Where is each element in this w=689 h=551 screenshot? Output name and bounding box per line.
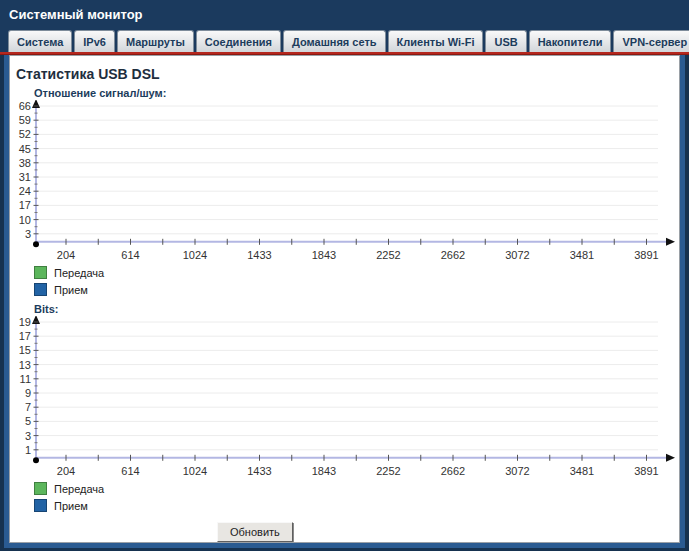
legend-item: Передача: [34, 264, 677, 281]
tab-7[interactable]: Накопители: [529, 30, 612, 52]
legend-label: Передача: [54, 267, 104, 279]
tab-4[interactable]: Домашняя сеть: [283, 30, 386, 52]
page-title: Системный монитор: [9, 7, 143, 22]
legend-swatch: [34, 266, 47, 279]
svg-text:10: 10: [19, 214, 31, 226]
svg-text:1: 1: [25, 444, 31, 456]
svg-text:1843: 1843: [312, 249, 336, 261]
svg-text:3: 3: [25, 228, 31, 240]
svg-text:614: 614: [121, 465, 139, 477]
chart-title: Отношение сигнал/шум:: [34, 87, 677, 99]
legend-swatch: [34, 482, 47, 495]
legend-item: Прием: [34, 497, 677, 514]
svg-text:3481: 3481: [570, 465, 594, 477]
button-row: Обновить: [217, 522, 677, 542]
svg-text:17: 17: [19, 330, 31, 342]
app-header: Системный монитор: [0, 0, 689, 28]
legend-swatch: [34, 499, 47, 512]
svg-text:1433: 1433: [247, 249, 271, 261]
svg-text:7: 7: [25, 401, 31, 413]
svg-text:3072: 3072: [505, 465, 529, 477]
svg-text:66: 66: [19, 100, 31, 112]
svg-text:31: 31: [19, 171, 31, 183]
svg-text:3891: 3891: [634, 465, 658, 477]
y-axis: 191715131197531: [19, 316, 40, 458]
outer-frame: Статистика USB DSL Отношение сигнал/шум:…: [0, 55, 689, 551]
tab-5[interactable]: Клиенты Wi-Fi: [388, 30, 484, 52]
tab-3[interactable]: Соединения: [196, 30, 281, 52]
svg-text:9: 9: [25, 387, 31, 399]
svg-text:3: 3: [25, 430, 31, 442]
x-axis: 20461410241433184322522662307234813891: [33, 238, 675, 261]
tab-0[interactable]: Система: [8, 30, 72, 52]
svg-text:59: 59: [19, 114, 31, 126]
gridlines: [36, 322, 658, 450]
x-axis-arrow-icon: [666, 454, 675, 462]
svg-text:3891: 3891: [634, 249, 658, 261]
y-axis: 6659524538312417103: [19, 100, 40, 242]
svg-text:2252: 2252: [376, 465, 400, 477]
tab-bar: СистемаIPv6МаршрутыСоединенияДомашняя се…: [0, 28, 689, 52]
legend-item: Прием: [34, 281, 677, 298]
svg-text:204: 204: [57, 465, 75, 477]
charts-container: Отношение сигнал/шум:6659524538312417103…: [12, 87, 677, 514]
refresh-button[interactable]: Обновить: [217, 522, 293, 542]
legend-label: Передача: [54, 483, 104, 495]
legend-swatch: [34, 283, 47, 296]
chart-legend: ПередачаПрием: [34, 480, 677, 514]
svg-text:204: 204: [57, 249, 75, 261]
y-axis-arrow-icon: [32, 316, 40, 324]
svg-text:2662: 2662: [441, 465, 465, 477]
legend-item: Передача: [34, 480, 677, 497]
svg-text:1433: 1433: [247, 465, 271, 477]
svg-text:24: 24: [19, 185, 31, 197]
origin-dot: [33, 241, 39, 247]
svg-text:5: 5: [25, 415, 31, 427]
tab-1[interactable]: IPv6: [74, 30, 115, 52]
svg-text:2662: 2662: [441, 249, 465, 261]
content-frame: Статистика USB DSL Отношение сигнал/шум:…: [4, 55, 685, 548]
chart-canvas: 1917151311975312046141024143318432252266…: [12, 316, 678, 480]
chart-0: Отношение сигнал/шум:6659524538312417103…: [12, 87, 677, 298]
tab-2[interactable]: Маршруты: [117, 30, 194, 52]
origin-dot: [33, 457, 39, 463]
svg-text:15: 15: [19, 344, 31, 356]
chart-legend: ПередачаПрием: [34, 264, 677, 298]
svg-text:19: 19: [19, 316, 31, 328]
gridlines: [36, 106, 658, 234]
tab-8[interactable]: VPN-сервер: [613, 30, 689, 52]
svg-text:52: 52: [19, 128, 31, 140]
svg-text:3481: 3481: [570, 249, 594, 261]
section-heading: Статистика USB DSL: [16, 66, 677, 82]
svg-text:17: 17: [19, 199, 31, 211]
svg-text:614: 614: [121, 249, 139, 261]
svg-text:2252: 2252: [376, 249, 400, 261]
content-panel: Статистика USB DSL Отношение сигнал/шум:…: [9, 55, 680, 543]
chart-1: Bits:19171513119753120461410241433184322…: [12, 303, 677, 514]
x-axis: 20461410241433184322522662307234813891: [33, 454, 675, 477]
y-axis-arrow-icon: [32, 100, 40, 108]
x-axis-arrow-icon: [666, 238, 675, 246]
svg-text:45: 45: [19, 143, 31, 155]
svg-text:3072: 3072: [505, 249, 529, 261]
svg-text:1024: 1024: [183, 465, 207, 477]
svg-text:11: 11: [20, 373, 31, 385]
svg-text:1024: 1024: [183, 249, 207, 261]
svg-text:1843: 1843: [312, 465, 336, 477]
tab-6[interactable]: USB: [485, 30, 526, 52]
chart-title: Bits:: [34, 303, 677, 315]
svg-text:38: 38: [19, 157, 31, 169]
chart-canvas: 6659524538312417103204614102414331843225…: [12, 100, 678, 264]
legend-label: Прием: [54, 500, 88, 512]
svg-text:13: 13: [19, 359, 31, 371]
legend-label: Прием: [54, 284, 88, 296]
